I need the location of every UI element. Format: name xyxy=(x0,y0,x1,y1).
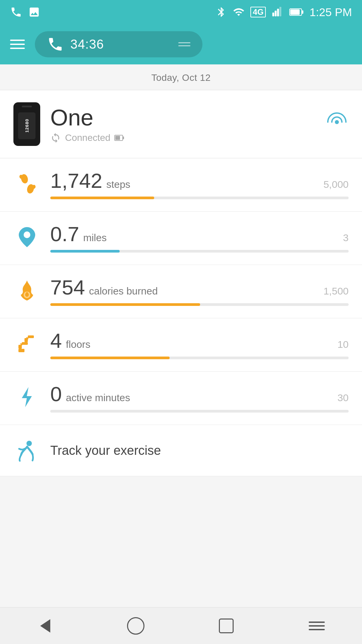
active-progress-bg xyxy=(50,410,349,413)
device-image: 12680 xyxy=(13,102,40,146)
svg-rect-3 xyxy=(280,7,282,16)
device-status: Connected xyxy=(50,132,315,143)
steps-row[interactable]: 1,742 steps 5,000 xyxy=(0,158,362,212)
connected-text: Connected xyxy=(65,132,110,143)
image-icon xyxy=(28,6,40,18)
device-battery-icon xyxy=(114,134,124,142)
menu-button[interactable] xyxy=(10,40,25,49)
miles-value: 0.7 xyxy=(50,224,79,245)
calories-content: 754 calories burned 1,500 xyxy=(50,277,349,306)
location-icon xyxy=(16,225,38,249)
floors-label: floors xyxy=(66,339,90,350)
miles-value-left: 0.7 miles xyxy=(50,224,107,245)
home-button[interactable] xyxy=(116,612,156,639)
svg-text:↗: ↗ xyxy=(24,336,29,342)
svg-point-25 xyxy=(26,441,32,446)
sync-icon xyxy=(50,132,61,143)
calories-progress-fill xyxy=(50,303,200,306)
signal-icon xyxy=(271,6,284,18)
steps-progress-fill xyxy=(50,197,154,199)
exercise-icon-wrap xyxy=(13,437,40,464)
bottom-nav xyxy=(0,607,362,644)
track-text: Track your exercise xyxy=(50,443,161,458)
steps-value-row: 1,742 steps 5,000 xyxy=(50,170,349,191)
active-value: 0 xyxy=(50,384,62,405)
active-goal: 30 xyxy=(338,392,349,404)
status-time: 1:25 PM xyxy=(309,6,352,19)
exercise-icon xyxy=(15,439,39,462)
options-button[interactable] xyxy=(297,612,337,639)
steps-value-left: 1,742 steps xyxy=(50,170,130,191)
svg-point-10 xyxy=(335,120,339,124)
miles-label: miles xyxy=(83,232,107,244)
device-screen-text: 12680 xyxy=(24,119,29,132)
status-right-icons: 4G 1:25 PM xyxy=(216,6,352,19)
svg-marker-26 xyxy=(40,619,50,633)
4g-icon: 4G xyxy=(250,7,266,17)
device-screen: 12680 xyxy=(18,112,36,139)
svg-rect-5 xyxy=(290,9,300,15)
miles-value-row: 0.7 miles 3 xyxy=(50,224,349,245)
back-button[interactable] xyxy=(25,612,65,639)
svg-rect-8 xyxy=(115,136,120,140)
steps-label: steps xyxy=(106,179,130,190)
toolbar: 34:36 xyxy=(0,24,362,64)
steps-content: 1,742 steps 5,000 xyxy=(50,170,349,199)
floors-goal: 10 xyxy=(338,339,349,350)
lightning-icon xyxy=(17,385,37,409)
options-icon xyxy=(309,622,325,630)
calories-value: 754 xyxy=(50,277,85,298)
signal-waves-icon xyxy=(325,112,349,136)
phone-icon xyxy=(10,6,22,18)
steps-goal: 5,000 xyxy=(323,179,349,190)
stats-container: 1,742 steps 5,000 0.7 miles xyxy=(0,158,362,476)
flame-icon xyxy=(16,279,38,302)
svg-rect-1 xyxy=(275,11,277,16)
miles-progress-bg xyxy=(50,250,349,253)
miles-row[interactable]: 0.7 miles 3 xyxy=(0,212,362,265)
call-icon xyxy=(47,36,64,53)
track-exercise-row[interactable]: Track your exercise xyxy=(0,425,362,476)
floors-value-left: 4 floors xyxy=(50,330,90,351)
miles-progress-fill xyxy=(50,250,120,253)
active-label: active minutes xyxy=(66,392,130,404)
stairs-icon: ↗ ↗ xyxy=(15,332,39,356)
calories-label: calories burned xyxy=(89,285,158,297)
floors-row[interactable]: ↗ ↗ 4 floors 10 xyxy=(0,318,362,372)
date-text: Today, Oct 12 xyxy=(151,72,210,83)
active-icon-wrap xyxy=(13,384,40,411)
recents-icon xyxy=(219,619,234,633)
miles-icon-wrap xyxy=(13,224,40,251)
svg-point-15 xyxy=(23,231,30,238)
miles-content: 0.7 miles 3 xyxy=(50,224,349,253)
bluetooth-icon xyxy=(216,6,227,18)
calories-goal: 1,500 xyxy=(323,285,349,297)
svg-rect-9 xyxy=(123,137,124,139)
home-icon xyxy=(127,617,144,635)
svg-rect-2 xyxy=(277,9,279,16)
calories-icon-wrap xyxy=(13,277,40,304)
active-content: 0 active minutes 30 xyxy=(50,384,349,413)
status-bar: 4G 1:25 PM xyxy=(0,0,362,24)
recents-button[interactable] xyxy=(206,612,246,639)
wifi-icon xyxy=(232,6,245,18)
floors-icon-wrap: ↗ ↗ xyxy=(13,330,40,357)
steps-progress-bg xyxy=(50,197,349,199)
svg-text:↗: ↗ xyxy=(18,342,23,348)
svg-marker-24 xyxy=(22,387,32,407)
device-card[interactable]: 12680 One Connected xyxy=(0,90,362,158)
device-info: One Connected xyxy=(50,105,315,144)
floors-value-row: 4 floors 10 xyxy=(50,330,349,351)
call-pill[interactable]: 34:36 xyxy=(35,31,202,57)
steps-icon-wrap xyxy=(13,170,40,197)
calories-value-left: 754 calories burned xyxy=(50,277,158,298)
footsteps-icon xyxy=(15,172,39,196)
calories-row[interactable]: 754 calories burned 1,500 xyxy=(0,265,362,318)
floors-progress-fill xyxy=(50,357,170,359)
call-timer: 34:36 xyxy=(70,37,104,52)
active-row[interactable]: 0 active minutes 30 xyxy=(0,372,362,425)
calories-value-row: 754 calories burned 1,500 xyxy=(50,277,349,298)
active-value-left: 0 active minutes xyxy=(50,384,130,405)
status-left-icons xyxy=(10,6,40,18)
steps-value: 1,742 xyxy=(50,170,102,191)
